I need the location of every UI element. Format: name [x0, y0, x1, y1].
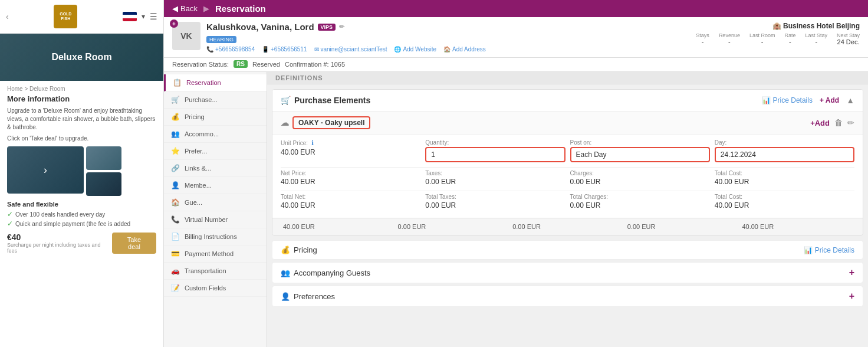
price-row-3: Total Net: 40.00 EUR Total Taxes: 0.00 E… [281, 194, 854, 209]
billing-nav-label: Billing Instructions [185, 233, 237, 240]
total-taxes-field: Total Taxes: 0.00 EUR [425, 194, 565, 209]
transportation-nav-icon: 🚗 [171, 267, 180, 275]
revenue-col: Revenue - [719, 32, 740, 45]
profile-left: + VK Kalushkova, Vanina, Lord VIPS ✏ HEA… [172, 22, 486, 53]
add-button[interactable]: + Add [820, 96, 839, 104]
sidebar-item-transportation[interactable]: 🚗 Transportation [164, 263, 267, 280]
total-cost2-label: Total Cost: [715, 194, 854, 200]
phone2-contact[interactable]: 📱 +6565656511 [262, 46, 307, 53]
avatar-plus-icon[interactable]: + [170, 19, 178, 28]
item-icon: ☁ [281, 118, 289, 127]
price-note: Surcharge per night including taxes and … [7, 242, 112, 254]
total-cell-3: 0.00 EUR [510, 222, 625, 231]
last-room-col: Last Room - [749, 32, 775, 45]
virtual-number-nav-label: Virtual Number [185, 216, 228, 223]
pricing-details-icon: 📊 [804, 246, 813, 254]
total-cost2-value: 40.00 EUR [715, 201, 854, 209]
sidebar-item-links[interactable]: 🔗 Links &... [164, 160, 267, 177]
take-deal-button[interactable]: Take deal [112, 233, 156, 254]
total-charges-label: Total Charges: [570, 194, 710, 200]
price-details-icon: 📊 [762, 96, 771, 104]
billing-nav-icon: 📄 [171, 233, 180, 241]
collapse-icon[interactable]: ▲ [846, 96, 854, 105]
rate-col: Rate - [784, 32, 795, 45]
payment-nav-label: Payment Method [185, 250, 234, 257]
sidebar-item-billing[interactable]: 📄 Billing Instructions [164, 228, 267, 245]
back-label: Back [180, 4, 198, 13]
sidebar-item-members[interactable]: 👤 Membe... [164, 177, 267, 194]
profile-name: Kalushkova, Vanina, Lord [206, 22, 314, 32]
hero-title: Deluxe Room [51, 52, 111, 63]
sidebar-item-pricing[interactable]: 💰 Pricing [164, 109, 267, 126]
pricing-section-row[interactable]: 💰 Pricing 📊 Price Details [272, 240, 863, 260]
divider2 [281, 191, 854, 191]
post-on-label: Post on: [570, 139, 710, 146]
pricing-section-icon: 💰 [281, 245, 290, 254]
sidebar-item-virtual-number[interactable]: 📞 Virtual Number [164, 211, 267, 228]
total-cell-5: 40.00 EUR [739, 222, 854, 231]
sidebar-item-reservation[interactable]: 📋 Reservation [164, 74, 267, 91]
accompanying-guests-row[interactable]: 👥 Accompanying Guests + [272, 262, 863, 283]
add-address-link[interactable]: 🏠 Add Address [443, 46, 486, 53]
language-chevron-icon[interactable]: ▾ [142, 12, 145, 21]
stays-col: Stays - [696, 32, 709, 45]
charges-label: Charges: [570, 170, 710, 176]
back-link[interactable]: ◀ Back [172, 4, 198, 13]
total-charges-value: 0.00 EUR [570, 201, 710, 209]
add-website-link[interactable]: 🌐 Add Website [394, 46, 436, 53]
delete-item-button[interactable]: 🗑 [834, 118, 843, 127]
back-arrow-icon: ◀ [172, 4, 178, 13]
sidebar-item-accommodation[interactable]: 👥 Accommo... [164, 126, 267, 143]
price-details-button[interactable]: 📊 Price Details [762, 96, 813, 104]
sidebar-item-guest[interactable]: 🏠 Gue... [164, 194, 267, 211]
back-button[interactable]: ‹ [6, 12, 9, 21]
transportation-nav-label: Transportation [185, 267, 226, 274]
next-stay-col: Next Stay 24 Dec. [837, 32, 860, 45]
status-bar: Reservation Status: RS Reserved Confirma… [164, 58, 868, 72]
total-cost2-field: Total Cost: 40.00 EUR [715, 194, 854, 209]
taxes-value: 0.00 EUR [425, 178, 565, 186]
check-label-1: Over 100 deals handled every day [15, 211, 105, 218]
item-header: ☁ OAKY - Oaky upsell +Add 🗑 ✏ [272, 112, 863, 135]
check-item-2: ✓ Quick and simple payment (the fee is a… [7, 220, 156, 228]
language-flag[interactable] [123, 12, 137, 21]
edit-profile-icon[interactable]: ✏ [339, 23, 344, 31]
sidebar-item-preferences[interactable]: ⭐ Prefer... [164, 143, 267, 160]
info-icon[interactable]: ℹ [311, 139, 314, 146]
preferences-row[interactable]: 👤 Preferences + [272, 286, 863, 307]
sidebar-item-purchase[interactable]: 🛒 Purchase... [164, 91, 267, 109]
sidebar-item-custom-fields[interactable]: 📝 Custom Fields [164, 280, 267, 297]
accompanying-guests-add-icon[interactable]: + [849, 267, 854, 278]
net-price-label: Net Price: [281, 170, 420, 176]
nav-separator: ▶ [203, 4, 209, 13]
check-icon-2: ✓ [7, 220, 13, 228]
price-row: €40 Surcharge per night including taxes … [7, 233, 156, 254]
left-panel: ‹ GOLDFISH ▾ ☰ Deluxe Room Home > Deluxe… [0, 0, 164, 347]
pricing-price-details[interactable]: 📊 Price Details [804, 246, 854, 254]
preferences-add-icon[interactable]: + [849, 291, 854, 302]
total-row: 40.00 EUR 0.00 EUR 0.00 EUR 0.00 EUR 40.… [272, 218, 863, 235]
click-text: Click on 'Take deal' to upgrade. [7, 135, 156, 142]
day-field: Day: 24.12.2024 [715, 139, 854, 162]
next-arrow-icon[interactable]: › [44, 164, 47, 176]
edit-item-button[interactable]: ✏ [847, 118, 854, 127]
room-thumbnail-2 [86, 172, 121, 196]
avatar: + VK [172, 22, 200, 50]
pricing-nav-icon: 💰 [171, 113, 180, 121]
email-contact[interactable]: ✉ vanine@sciant.sciantTest [314, 46, 387, 53]
profile-name-row: Kalushkova, Vanina, Lord VIPS ✏ [206, 22, 486, 32]
sidebar-item-payment[interactable]: 💳 Payment Method [164, 245, 267, 263]
right-panel: ◀ Back ▶ Reservation + VK Kalushkova, Va… [164, 0, 868, 347]
logo: GOLDFISH [54, 5, 77, 28]
hotel-name: 🏨 Business Hotel Beijing [696, 22, 860, 30]
reservation-status-label: Reservation Status: [172, 61, 229, 68]
hamburger-menu-icon[interactable]: ☰ [150, 12, 157, 21]
phone1-contact[interactable]: 📞 +56656598854 [206, 46, 255, 53]
net-price-field: Net Price: 40.00 EUR [281, 170, 420, 186]
custom-fields-nav-label: Custom Fields [185, 284, 226, 292]
price-row-2: Net Price: 40.00 EUR Taxes: 0.00 EUR Cha… [281, 170, 854, 186]
more-info-title: More information [7, 94, 156, 103]
avatar-initials: VK [180, 31, 192, 41]
add-sub-button[interactable]: +Add [810, 118, 830, 127]
total-net-label: Total Net: [281, 194, 420, 200]
